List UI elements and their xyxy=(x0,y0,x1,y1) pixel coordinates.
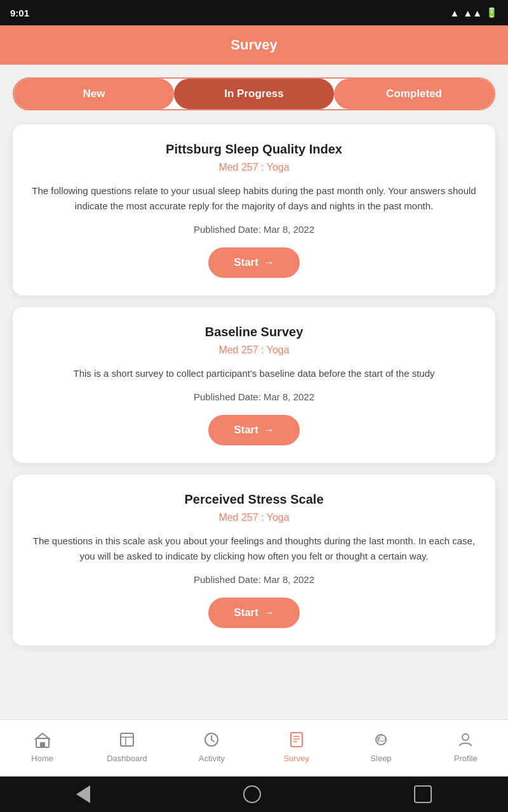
survey-card-baseline: Baseline Survey Med 257 : Yoga This is a… xyxy=(13,307,495,463)
dashboard-icon xyxy=(118,731,136,751)
tab-completed[interactable]: Completed xyxy=(334,79,494,109)
survey-subtitle-perceived-stress: Med 257 : Yoga xyxy=(28,512,480,523)
tab-new[interactable]: New xyxy=(14,79,174,109)
survey-subtitle-baseline: Med 257 : Yoga xyxy=(28,344,480,356)
svg-rect-1 xyxy=(40,742,45,747)
nav-dashboard[interactable]: Dashboard xyxy=(102,731,152,763)
status-icons: ▲ ▲▲ 🔋 xyxy=(450,7,498,18)
nav-sleep[interactable]: Sleep xyxy=(356,731,406,763)
header-title: Survey xyxy=(231,37,277,53)
system-nav xyxy=(0,776,508,812)
profile-icon xyxy=(457,731,474,751)
svg-rect-6 xyxy=(291,733,302,747)
survey-description-psqi: The following questions relate to your u… xyxy=(28,183,480,214)
nav-survey-label: Survey xyxy=(283,754,309,763)
wifi-icon: ▲ xyxy=(450,8,459,18)
survey-list: Pittsburg Sleep Quality Index Med 257 : … xyxy=(0,117,508,719)
home-button[interactable] xyxy=(243,785,261,803)
back-button[interactable] xyxy=(76,785,90,803)
status-bar: 9:01 ▲ ▲▲ 🔋 xyxy=(0,0,508,25)
survey-description-perceived-stress: The questions in this scale ask you abou… xyxy=(28,534,480,564)
tab-segment: New In Progress Completed xyxy=(13,77,495,110)
survey-description-baseline: This is a short survey to collect partic… xyxy=(28,366,480,381)
nav-profile[interactable]: Profile xyxy=(440,731,491,763)
app-header: Survey xyxy=(0,25,508,65)
survey-title-baseline: Baseline Survey xyxy=(28,325,480,339)
nav-survey[interactable]: Survey xyxy=(271,731,322,763)
survey-date-psqi: Published Date: Mar 8, 2022 xyxy=(28,224,480,235)
survey-title-psqi: Pittsburg Sleep Quality Index xyxy=(28,142,480,157)
nav-activity[interactable]: Activity xyxy=(186,731,237,763)
tab-in-progress[interactable]: In Progress xyxy=(174,79,334,109)
svg-point-12 xyxy=(462,734,469,740)
survey-date-perceived-stress: Published Date: Mar 8, 2022 xyxy=(28,574,480,585)
nav-home[interactable]: Home xyxy=(17,731,68,763)
nav-activity-label: Activity xyxy=(199,754,225,763)
battery-icon: 🔋 xyxy=(486,7,498,18)
svg-point-11 xyxy=(379,735,385,742)
recents-button[interactable] xyxy=(414,785,432,803)
time-label: 9:01 xyxy=(10,8,29,18)
start-button-baseline[interactable]: Start → xyxy=(208,415,300,445)
nav-sleep-label: Sleep xyxy=(370,754,391,763)
survey-icon xyxy=(288,731,305,751)
survey-card-psqi: Pittsburg Sleep Quality Index Med 257 : … xyxy=(13,124,495,296)
signal-icon: ▲▲ xyxy=(463,8,482,18)
nav-profile-label: Profile xyxy=(454,754,478,763)
activity-icon xyxy=(203,731,220,751)
survey-title-perceived-stress: Perceived Stress Scale xyxy=(28,492,480,507)
bottom-nav: Home Dashboard Activity xyxy=(0,719,508,776)
start-button-psqi[interactable]: Start → xyxy=(208,247,300,278)
nav-dashboard-label: Dashboard xyxy=(107,754,147,763)
survey-subtitle-psqi: Med 257 : Yoga xyxy=(28,162,480,173)
survey-date-baseline: Published Date: Mar 8, 2022 xyxy=(28,391,480,402)
nav-home-label: Home xyxy=(31,754,53,763)
sleep-icon xyxy=(372,731,390,751)
survey-card-perceived-stress: Perceived Stress Scale Med 257 : Yoga Th… xyxy=(13,475,495,646)
svg-rect-2 xyxy=(121,733,133,746)
home-icon xyxy=(34,731,51,751)
start-button-perceived-stress[interactable]: Start → xyxy=(208,598,300,628)
